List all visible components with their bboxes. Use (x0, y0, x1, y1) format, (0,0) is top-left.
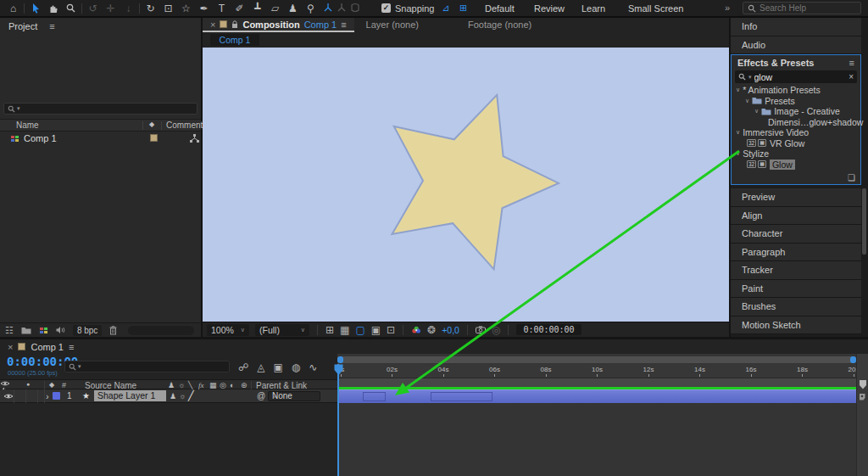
pen-tool-icon[interactable]: ✒ (195, 0, 213, 16)
panel-paint[interactable]: Paint (731, 280, 861, 299)
composition-tab[interactable]: × Composition Comp 1 ≡ (203, 18, 354, 32)
transparency-grid-icon[interactable]: ▦ (340, 325, 349, 335)
ep-row-vr-glow[interactable]: 32 ▦ VR Glow (732, 138, 860, 149)
shape-tool-icon[interactable]: ☆ (177, 0, 195, 16)
clear-search-icon[interactable]: × (849, 72, 854, 81)
label-column-icon[interactable]: ◆ (49, 381, 54, 389)
ep-row-presets-folder[interactable]: ∨ Presets (732, 96, 860, 107)
ep-row-glow[interactable]: 32 ▦ Glow (732, 160, 860, 171)
playhead-handle[interactable] (334, 364, 343, 376)
chevron-down-icon[interactable]: ∨ (736, 87, 740, 93)
star-shape[interactable] (392, 95, 559, 269)
footage-tab[interactable]: Footage (none) (468, 18, 531, 32)
panel-menu-icon[interactable]: ≡ (341, 20, 346, 30)
effects-presets-title[interactable]: Effects & Presets (737, 58, 815, 68)
magnification-dropdown[interactable]: 100%∨ (207, 324, 249, 336)
solo-column-icon[interactable]: ● (26, 381, 30, 387)
pan-camera-tool-icon[interactable]: ✛ (102, 0, 120, 16)
selection-tool-icon[interactable] (26, 0, 44, 16)
panel-brushes[interactable]: Brushes (731, 298, 861, 316)
ep-row-animation-presets[interactable]: ∨ * Animation Presets (732, 85, 860, 96)
motion-blur-switch-icon[interactable]: ◎ (220, 381, 226, 389)
resolution-dropdown[interactable]: (Full)∨ (255, 324, 309, 336)
snap-to-feature-icon[interactable]: ⊿ (439, 3, 453, 14)
time-navigator-scrollbar[interactable] (337, 356, 856, 363)
exposure-icon[interactable]: ❂ (427, 325, 436, 335)
ep-row-dimensions-preset[interactable]: Dimensi…glow+shadow (732, 117, 860, 128)
panel-align[interactable]: Align (731, 207, 861, 226)
chevron-down-icon[interactable]: ∨ (736, 129, 740, 136)
chevron-down-icon[interactable]: ∨ (754, 108, 759, 115)
timeline-tab[interactable]: × Comp 1 ≡ (0, 339, 81, 354)
pixel-aspect-icon[interactable]: ⊡ (387, 325, 395, 335)
help-search-input[interactable] (760, 3, 853, 13)
local-axis-icon[interactable] (323, 3, 333, 13)
clone-stamp-tool-icon[interactable]: ┻ (248, 0, 266, 16)
fx-switch-icon[interactable]: fx (198, 381, 204, 389)
roto-brush-tool-icon[interactable]: ♟ (284, 0, 302, 16)
panel-paragraph[interactable]: Paragraph (731, 244, 861, 262)
layer-tab[interactable]: Layer (none) (366, 18, 419, 32)
parent-pickwhip-icon[interactable]: @ (257, 391, 265, 400)
chevron-down-icon[interactable]: ∨ (736, 150, 740, 157)
panel-menu-icon[interactable]: ≡ (69, 342, 74, 352)
playhead-line[interactable] (337, 364, 339, 476)
expand-layer-icon[interactable]: › (46, 391, 49, 401)
workspace-small-screen[interactable]: Small Screen (628, 3, 683, 14)
ep-row-image-creative-folder[interactable]: ∨ Image - Creative (732, 106, 860, 117)
hand-tool-icon[interactable] (44, 0, 62, 16)
orbit-camera-tool-icon[interactable]: ↺ (84, 0, 102, 16)
navigator-end-handle[interactable] (850, 356, 856, 363)
layer-row[interactable]: › 1 ★ Shape Layer 1 ♟ ☼ ╱ @ None ∨ (0, 389, 337, 403)
eraser-tool-icon[interactable]: ▱ (266, 0, 284, 16)
layer-marker-icon[interactable] (859, 393, 867, 401)
draft-3d-icon[interactable]: ◬ (257, 361, 264, 373)
panel-motion-sketch[interactable]: Motion Sketch (731, 316, 861, 335)
shy-switch-icon[interactable]: ♟ (168, 381, 175, 389)
project-footer-slider[interactable] (128, 326, 194, 335)
chevron-down-icon[interactable]: ∨ (745, 98, 749, 104)
navigator-start-handle[interactable] (337, 356, 343, 363)
composition-canvas[interactable] (203, 48, 729, 322)
graph-editor-icon[interactable]: ∿ (309, 361, 317, 373)
column-comment[interactable]: Comment (166, 120, 203, 130)
mini-flowchart-icon[interactable]: ☍ (238, 361, 248, 373)
panel-info[interactable]: Info (731, 18, 861, 36)
panel-menu-icon[interactable]: ≡ (49, 21, 54, 31)
dock-scrollbar[interactable] (862, 188, 866, 255)
layer-visibility-icon[interactable] (3, 393, 14, 400)
exposure-value[interactable]: +0,0 (442, 325, 459, 335)
rotation-tool-icon[interactable]: ↻ (142, 0, 159, 16)
region-of-interest-icon[interactable]: ▣ (371, 325, 381, 335)
layer-duration-bar[interactable] (337, 389, 856, 403)
pan-behind-tool-icon[interactable]: ⊡ (159, 0, 177, 16)
panel-tracker[interactable]: Tracker (731, 261, 861, 280)
home-icon[interactable]: ⌂ (4, 0, 22, 16)
layer-label-chip[interactable] (53, 392, 60, 400)
mask-visibility-icon[interactable]: ▢ (355, 325, 364, 335)
shy-layers-icon[interactable]: ▣ (273, 361, 282, 373)
view-axis-icon[interactable] (350, 3, 360, 13)
viewer-timecode[interactable]: 0:00:00:00 (516, 324, 581, 335)
grid-guides-icon[interactable]: ⊞ (326, 325, 334, 335)
new-panel-icon[interactable]: ❏ (848, 173, 855, 182)
project-tab[interactable]: Project (8, 21, 37, 31)
project-item-row[interactable]: Comp 1 (0, 132, 201, 147)
video-column-icon[interactable] (0, 380, 10, 387)
3d-switch-icon[interactable]: ⊛ (241, 381, 248, 389)
project-settings-icon[interactable] (56, 326, 65, 334)
channel-color-icon[interactable] (411, 326, 421, 334)
layer-collapse-icon[interactable]: ☼ (179, 392, 186, 400)
delete-icon[interactable] (109, 326, 117, 335)
frame-blending-icon[interactable]: ◍ (292, 361, 300, 373)
frame-blend-switch-icon[interactable]: ▦ (209, 381, 217, 389)
comp-marker-icon[interactable] (859, 379, 867, 389)
close-icon[interactable]: × (210, 20, 215, 30)
lock-icon[interactable] (231, 20, 238, 29)
zoom-tool-icon[interactable] (62, 0, 80, 16)
ep-row-stylize[interactable]: ∨ Stylize (732, 148, 860, 160)
brush-tool-icon[interactable]: ✐ (231, 0, 248, 16)
dependencies-icon[interactable] (190, 134, 199, 143)
world-axis-icon[interactable] (337, 3, 347, 13)
quality-switch-icon[interactable]: ╲ (188, 381, 192, 389)
